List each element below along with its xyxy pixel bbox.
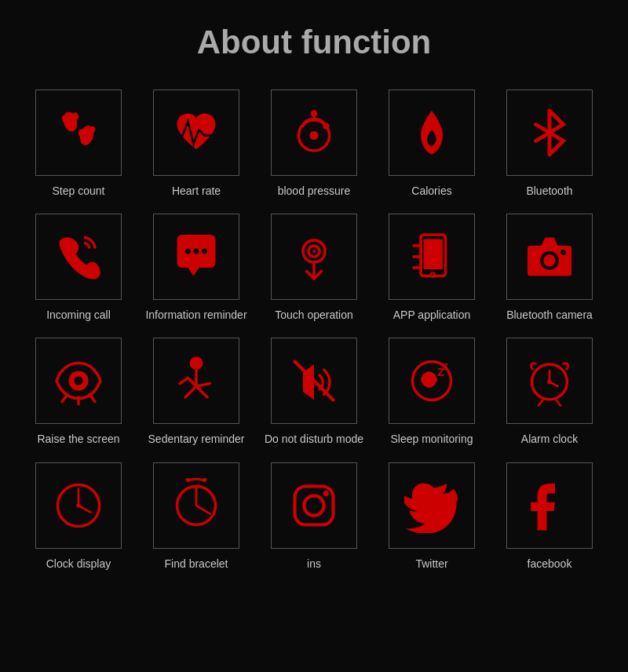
page-title: About function [197,24,432,61]
svg-point-21 [543,254,555,266]
feature-label-clock-display: Clock display [46,557,111,571]
feature-label-blood-pressure: blood pressure [278,184,351,198]
feature-item-incoming-call: Incoming call [24,214,133,322]
svg-point-42 [304,495,323,515]
feature-label-do-not-disturb: Do not disturb mode [265,432,363,446]
icon-box-step-count [35,89,122,176]
feature-label-facebook: facebook [528,557,572,571]
features-grid: Step count Heart rate blood pressure Cal… [24,89,604,571]
icon-box-touch-operation [271,214,357,300]
feature-label-bluetooth: Bluetooth [526,184,572,198]
feature-item-do-not-disturb: Do not disturb mode [259,338,369,446]
feature-label-sleep-monitoring: Sleep monitoring [390,432,473,446]
feature-item-raise-screen: Raise the screen [24,338,133,446]
feature-label-bluetooth-camera: Bluetooth camera [506,308,593,322]
feature-item-twitter: Twitter [377,462,487,571]
svg-point-25 [190,357,203,371]
feature-item-find-bracelet: Find bracelet [141,462,251,571]
feature-item-step-count: Step count [24,89,133,198]
feature-item-clock-display: Clock display [24,462,133,571]
feature-label-alarm-clock: Alarm clock [521,432,578,446]
feature-label-information-reminder: Information reminder [145,308,246,322]
icon-box-blood-pressure [271,89,357,176]
feature-item-app-application: APP application [377,214,487,322]
icon-box-sedentary-reminder [153,338,239,424]
svg-point-15 [312,250,316,253]
svg-rect-17 [424,239,444,270]
svg-point-7 [309,131,318,140]
svg-line-37 [78,506,90,512]
icon-box-ins [271,462,357,549]
svg-point-43 [323,491,329,496]
feature-item-heart-rate: Heart rate [141,89,251,198]
feature-label-step-count: Step count [53,184,105,198]
feature-label-twitter: Twitter [415,557,447,571]
icon-box-clock-display [35,462,122,549]
feature-item-sleep-monitoring: Z Z Sleep monitoring [377,338,487,446]
icon-box-sleep-monitoring: Z Z [389,338,475,424]
icon-box-bluetooth [506,89,593,176]
icon-box-app-application [389,214,475,300]
svg-point-9 [323,122,329,129]
feature-label-find-bracelet: Find bracelet [165,557,228,571]
svg-point-22 [560,250,566,255]
svg-point-10 [185,249,191,254]
icon-box-bluetooth-camera [506,214,593,300]
feature-label-calories: Calories [411,184,451,198]
feature-item-information-reminder: Information reminder [141,214,251,322]
svg-point-11 [194,249,199,254]
icon-box-raise-screen [35,338,122,424]
icon-box-do-not-disturb [271,338,357,424]
feature-item-facebook: facebook [495,462,604,571]
icon-box-facebook [506,462,593,549]
feature-item-blood-pressure: blood pressure [259,89,369,198]
icon-box-heart-rate [153,89,239,176]
icon-box-incoming-call [35,214,122,300]
icon-box-information-reminder [153,214,239,300]
feature-item-sedentary-reminder: Sedentary reminder [141,338,251,446]
feature-label-touch-operation: Touch operation [275,308,353,322]
feature-item-bluetooth-camera: Bluetooth camera [495,214,604,322]
icon-box-twitter [389,462,475,549]
feature-item-touch-operation: Touch operation [259,214,369,322]
svg-line-33 [550,382,558,387]
feature-item-bluetooth: Bluetooth [495,89,604,198]
feature-item-ins: ins [259,462,369,571]
icon-box-calories [389,89,475,176]
icon-box-alarm-clock [506,338,593,424]
svg-point-12 [202,249,207,254]
feature-label-incoming-call: Incoming call [46,308,111,322]
feature-label-raise-screen: Raise the screen [37,432,119,446]
svg-point-24 [74,377,82,385]
feature-label-sedentary-reminder: Sedentary reminder [148,432,245,446]
feature-item-calories: Calories [377,89,487,198]
svg-point-8 [311,110,317,116]
feature-label-heart-rate: Heart rate [172,184,221,198]
feature-label-ins: ins [307,557,321,571]
icon-box-find-bracelet [153,462,239,549]
feature-label-app-application: APP application [393,308,471,322]
svg-text:Z: Z [443,362,448,371]
feature-item-alarm-clock: Alarm clock [495,338,604,446]
